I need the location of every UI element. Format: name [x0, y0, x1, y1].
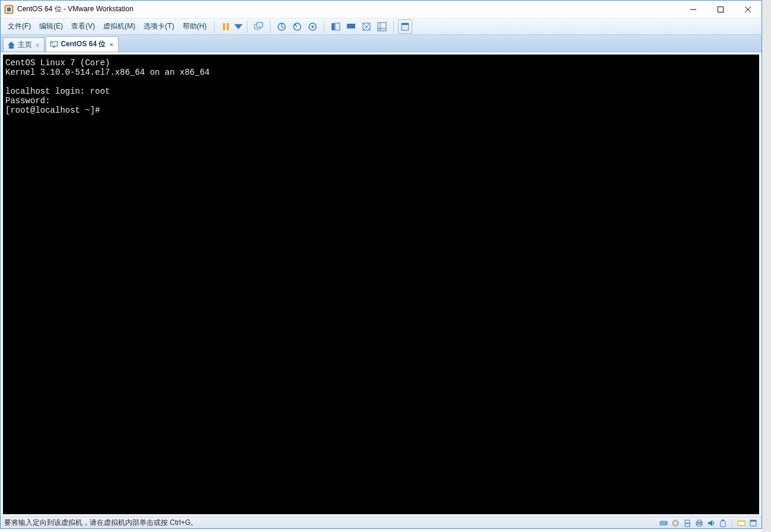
vm-icon [50, 40, 58, 49]
status-hint: 要将输入定向到该虚拟机，请在虚拟机内部单击或按 Ctrl+G。 [4, 518, 197, 528]
tab-close-centos[interactable]: × [108, 41, 114, 48]
svg-rect-4 [718, 7, 724, 12]
svg-point-31 [675, 522, 677, 524]
menu-tabs[interactable]: 选项卡(T) [140, 20, 177, 33]
tab-home[interactable]: 主页 × [3, 37, 44, 52]
sound-icon[interactable] [706, 518, 716, 528]
window-title: CentOS 64 位 - VMware Workstation [17, 4, 680, 14]
tabbar: 主页 × CentOS 64 位 × [1, 35, 762, 52]
usb-icon[interactable] [718, 518, 728, 528]
cd-icon[interactable] [671, 518, 680, 528]
fullscreen-button[interactable] [398, 20, 412, 34]
svg-rect-8 [227, 23, 230, 30]
show-console-button[interactable] [344, 20, 358, 34]
menu-view[interactable]: 查看(V) [68, 20, 98, 33]
minimize-button[interactable] [680, 1, 707, 18]
expand-icon[interactable] [748, 518, 758, 528]
svg-rect-37 [697, 524, 701, 526]
svg-rect-22 [378, 23, 386, 31]
console-viewport: CentOS Linux 7 (Core) Kernel 3.10.0-514.… [1, 52, 762, 517]
guest-console[interactable]: CentOS Linux 7 (Core) Kernel 3.10.0-514.… [3, 55, 759, 514]
printer-icon[interactable] [694, 518, 704, 528]
svg-point-29 [665, 523, 667, 524]
menu-vm[interactable]: 虚拟机(M) [100, 20, 139, 33]
console-line: CentOS Linux 7 (Core) [5, 58, 110, 68]
snapshot-manager-button[interactable] [305, 20, 320, 34]
svg-rect-2 [7, 7, 11, 11]
svg-point-27 [52, 42, 53, 43]
titlebar[interactable]: CentOS 64 位 - VMware Workstation [1, 1, 762, 18]
svg-rect-24 [402, 23, 409, 25]
hdd-icon[interactable] [659, 518, 668, 528]
status-separator [732, 519, 732, 527]
svg-rect-33 [685, 524, 690, 527]
toolbar-separator [324, 21, 324, 33]
tab-centos[interactable]: CentOS 64 位 × [46, 36, 118, 52]
svg-rect-41 [738, 521, 745, 522]
menubar: 文件(F) 编辑(E) 查看(V) 虚拟机(M) 选项卡(T) 帮助(H) [1, 18, 762, 35]
toolbar-separator [247, 21, 247, 33]
window-controls [680, 1, 762, 18]
svg-rect-11 [257, 23, 263, 27]
send-ctrl-alt-del-button[interactable] [251, 20, 266, 34]
menu-file[interactable]: 文件(F) [4, 20, 34, 33]
snapshot-take-button[interactable] [275, 20, 289, 34]
status-device-icons [659, 518, 758, 528]
menu-help[interactable]: 帮助(H) [179, 20, 211, 33]
tab-centos-label: CentOS 64 位 [60, 39, 106, 49]
console-line: Kernel 3.10.0-514.el7.x86_64 on an x86_6… [5, 68, 209, 77]
svg-rect-7 [223, 23, 225, 30]
network-icon[interactable] [683, 518, 692, 528]
menu-edit[interactable]: 编辑(E) [36, 20, 66, 33]
svg-rect-26 [53, 46, 55, 47]
svg-marker-9 [234, 24, 243, 28]
maximize-button[interactable] [707, 1, 734, 18]
toolbar-separator [214, 21, 215, 33]
unity-button[interactable] [375, 20, 389, 34]
home-icon [7, 41, 15, 49]
close-button[interactable] [734, 1, 762, 18]
power-dropdown-icon[interactable] [234, 20, 243, 34]
svg-rect-20 [347, 28, 355, 30]
statusbar: 要将输入定向到该虚拟机，请在虚拟机内部单击或按 Ctrl+G。 [1, 517, 762, 528]
svg-rect-36 [697, 520, 701, 522]
svg-rect-18 [335, 23, 340, 30]
svg-point-16 [311, 26, 314, 28]
svg-rect-39 [722, 520, 724, 521]
stretch-guest-button[interactable] [359, 20, 374, 34]
message-log-icon[interactable] [737, 518, 746, 528]
svg-rect-25 [50, 42, 58, 46]
svg-rect-32 [685, 520, 690, 523]
toolbar-separator [270, 21, 270, 33]
svg-rect-17 [332, 23, 334, 30]
svg-rect-38 [721, 521, 725, 527]
console-line: localhost login: root [5, 87, 110, 96]
tab-home-label: 主页 [18, 40, 32, 50]
pause-button[interactable] [219, 20, 233, 34]
console-line: Password: [5, 96, 50, 106]
vmware-app-icon [4, 5, 14, 14]
right-gutter [762, 0, 771, 532]
toolbar-separator [393, 21, 394, 33]
show-library-button[interactable] [329, 20, 343, 34]
tab-close-home[interactable]: × [34, 42, 40, 49]
snapshot-revert-button[interactable] [290, 20, 304, 34]
svg-rect-43 [750, 520, 756, 522]
vmware-window: CentOS 64 位 - VMware Workstation 文件(F) 编… [0, 0, 762, 529]
console-line: [root@localhost ~]# [5, 106, 100, 115]
